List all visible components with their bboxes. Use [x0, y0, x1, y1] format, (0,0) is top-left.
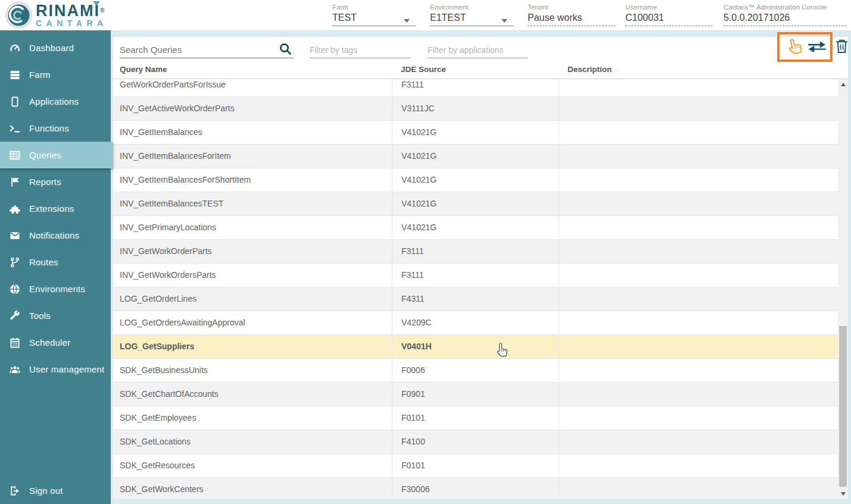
sidebar-item-user-management[interactable]: User management [0, 356, 111, 383]
cell-query-name: GetWorkOrderPartsForIssue [113, 79, 392, 96]
table-row[interactable]: SDK_GetBusinessUnitsF0006 [113, 359, 838, 383]
column-header-description[interactable]: Description [568, 65, 612, 74]
cell-query-name: LOG_GetSuppliers [113, 335, 392, 358]
search-input-value: Search Queries [120, 43, 294, 57]
cell-description [559, 454, 838, 477]
cell-description [559, 264, 838, 287]
cell-jde-source: F0101 [392, 454, 559, 477]
rinami-logo-icon [5, 1, 33, 29]
trash-icon[interactable] [834, 38, 849, 55]
scrollbar-thumb[interactable] [839, 326, 847, 487]
tenant-field[interactable]: Tenant Pause works [528, 4, 616, 26]
console-version-field: Cantara™ Administration Console 5.0.0.20… [724, 4, 846, 26]
hand-pointer-icon[interactable] [785, 37, 804, 57]
routes-icon [8, 256, 22, 269]
table-row[interactable]: INV_GetWorkOrdersPartsF3111 [113, 264, 838, 287]
filter-by-tags-input[interactable]: Filter by tags [310, 43, 411, 58]
sidebar-item-scheduler[interactable]: Scheduler [0, 329, 111, 356]
cell-query-name: INV_GetItemBalancesForShortItem [113, 168, 392, 192]
username-label: Username [625, 4, 712, 11]
table-row[interactable]: SDK_GetWorkCentersF30006 [113, 478, 838, 499]
table-row[interactable]: SDK_GetLocationsF4100 [113, 430, 838, 454]
sidebar-item-dashboard[interactable]: Dashboard [0, 35, 111, 61]
swap-horizontal-icon[interactable] [807, 39, 827, 55]
table-row[interactable]: INV_GetItemBalancesV41021G [113, 121, 838, 145]
tools-icon [8, 309, 22, 323]
scroll-down-button[interactable] [838, 489, 848, 499]
sidebar-item-tools[interactable]: Tools [0, 302, 111, 329]
cell-jde-source: V4209C [392, 311, 559, 334]
column-header-jde-source[interactable]: JDE Source [401, 65, 446, 74]
logo-triangle-icon [93, 1, 100, 6]
table-row[interactable]: LOG_GetOrdersAwaitingApprovalV4209C [113, 311, 838, 335]
table-row[interactable]: GetWorkOrderPartsForIssueF3111 [113, 79, 838, 97]
filter-apps-placeholder: Filter by applications [428, 43, 528, 57]
table-row[interactable]: LOG_GetOrderLinesF4311 [113, 287, 838, 311]
table-row[interactable]: INV_GetItemBalancesForItemV41021G [113, 145, 838, 168]
sidebar-item-environments[interactable]: Environments [0, 276, 111, 302]
console-version-value: 5.0.0.20171026 [724, 12, 846, 26]
vertical-scrollbar[interactable] [838, 79, 848, 499]
farm-label: Farm [332, 4, 416, 11]
table-row[interactable]: SDK_GetChartOfAccountsF0901 [113, 383, 838, 406]
cell-query-name: INV_GetPrimaryLocations [113, 216, 392, 239]
functions-icon [8, 122, 22, 135]
cell-query-name: SDK_GetChartOfAccounts [113, 383, 392, 406]
farm-icon [8, 68, 22, 82]
table-row[interactable]: INV_GetWorkOrderPartsF3111 [113, 240, 838, 264]
cell-query-name: INV_GetItemBalancesForItem [113, 145, 392, 168]
cell-query-name: SDK_GetResources [113, 454, 392, 477]
sidebar-item-label: Dashboard [29, 43, 74, 53]
sidebar-item-applications[interactable]: Applications [0, 88, 111, 115]
table-row[interactable]: INV_GetActiveWorkOrderPartsV3111JC [113, 97, 838, 121]
cell-description [559, 79, 838, 96]
table-row[interactable]: SDK_GetResourcesF0101 [113, 454, 838, 478]
filter-by-applications-input[interactable]: Filter by applications [428, 43, 528, 58]
sidebar-item-label: Sign out [29, 486, 63, 496]
cell-query-name: SDK_GetBusinessUnits [113, 359, 392, 382]
queries-icon [8, 149, 22, 162]
sidebar-item-farm[interactable]: Farm [0, 61, 111, 88]
sidebar-item-label: Extensions [29, 204, 74, 214]
column-header-query-name[interactable]: Query Name [120, 65, 167, 74]
search-icon[interactable] [278, 42, 292, 56]
sidebar-item-label: Reports [29, 177, 61, 187]
table-row[interactable]: INV_GetPrimaryLocationsV41021G [113, 216, 838, 240]
cell-description [559, 240, 838, 263]
sidebar-item-label: Functions [29, 123, 69, 133]
username-field[interactable]: Username C100031 [625, 4, 712, 26]
username-value: C100031 [625, 12, 712, 26]
table-row[interactable]: INV_GetItemBalancesForShortItemV41021G [113, 168, 838, 192]
cell-jde-source: V0401H [392, 335, 559, 358]
sidebar-item-label: Applications [29, 96, 79, 107]
sidebar-item-reports[interactable]: Reports [0, 168, 111, 195]
search-input[interactable]: Search Queries [120, 43, 294, 58]
triangle-down-icon [841, 492, 846, 496]
cell-jde-source: F30006 [392, 478, 559, 499]
cell-description [559, 430, 838, 453]
sidebar-item-queries[interactable]: Queries [0, 142, 113, 168]
sign-out-icon [8, 484, 22, 497]
environment-select[interactable]: Environment E1TEST [430, 4, 513, 26]
sidebar-item-label: Farm [29, 70, 51, 80]
table-row[interactable]: SDK_GetEmployeesF0101 [113, 406, 838, 430]
cell-query-name: LOG_GetOrdersAwaitingApproval [113, 311, 392, 334]
table-row[interactable]: INV_GetItemBalancesTESTV41021G [113, 192, 838, 216]
table-row[interactable]: LOG_GetSuppliersV0401H [113, 335, 838, 359]
sidebar-item-label: Environments [29, 284, 85, 294]
sidebar-item-extensions[interactable]: Extensions [0, 195, 111, 222]
farm-select[interactable]: Farm TEST [332, 4, 416, 26]
farm-value: TEST [332, 12, 416, 26]
sidebar-item-functions[interactable]: Functions [0, 115, 111, 142]
cell-jde-source: V41021G [392, 192, 559, 215]
sidebar-item-notifications[interactable]: Notifications [0, 222, 111, 249]
sidebar-item-routes[interactable]: Routes [0, 249, 111, 276]
scroll-up-button[interactable] [838, 79, 848, 89]
filter-tags-placeholder: Filter by tags [310, 43, 411, 57]
sidebar-item-sign-out[interactable]: Sign out [0, 477, 111, 504]
sidebar-item-label: Tools [29, 311, 51, 321]
cell-description [559, 359, 838, 382]
cell-jde-source: F0006 [392, 359, 559, 382]
cell-jde-source: F3111 [392, 264, 559, 287]
cell-jde-source: F4311 [392, 287, 559, 311]
